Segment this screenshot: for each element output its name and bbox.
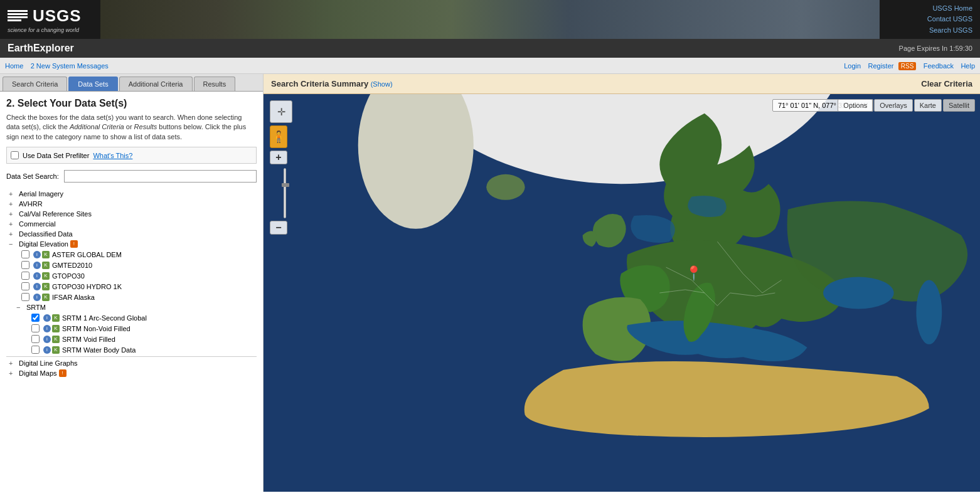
gtopo30h-icons: i K [21,282,50,290]
tree-item-avhrr[interactable]: + AVHRR [6,199,257,209]
tree-item-declassified[interactable]: + Declassified Data [6,229,257,239]
dataset-search-input[interactable] [64,170,257,183]
prefilter-row: Use Data Set Prefilter What's This? [6,147,257,164]
gtopo30-k-icon[interactable]: K [42,272,50,280]
zoom-in-button[interactable]: + [270,151,287,164]
gmted-k-icon[interactable]: K [42,262,50,269]
srtm-vf-k-icon[interactable]: K [52,336,60,343]
help-link[interactable]: Help [961,62,975,70]
gtopo30h-info-icon[interactable]: i [33,283,41,290]
toggle-aerial: + [9,190,16,198]
home-link[interactable]: Home [5,62,23,70]
expiry-text: Page Expires In 1:59:30 [899,45,972,52]
zoom-bar[interactable] [284,168,286,218]
nav-right: Login Register RSS Feedback Help [839,61,975,70]
aster-checkbox[interactable] [21,250,29,258]
label-ifsar: IFSAR Alaska [52,294,95,301]
pan-control[interactable]: ✛ [270,100,292,123]
gtopo30h-checkbox[interactable] [21,282,29,290]
label-declassified: Declassified Data [19,230,73,238]
zoom-thumb [282,183,289,187]
svg-point-3 [486,174,525,200]
karte-button[interactable]: Karte [914,99,942,112]
srtm-vf-checkbox[interactable] [31,335,40,343]
srtm1-info-icon[interactable]: i [43,314,51,322]
usgs-home-link[interactable]: USGS Home [932,3,972,14]
tree-item-srtm-group[interactable]: − SRTM [6,302,257,312]
toggle-avhrr: + [9,200,16,208]
aster-info-icon[interactable]: i [33,251,41,258]
srtm-nvf-k-icon[interactable]: K [52,325,60,332]
tree-item-digital-maps[interactable]: + Digital Maps ! [6,368,257,378]
tree-item-srtm-vf[interactable]: i K SRTM Void Filled [6,334,257,344]
srtm1-k-icon[interactable]: K [52,314,60,322]
toggle-digital-elevation: − [9,240,16,248]
aster-k-icon[interactable]: K [42,251,50,258]
contact-usgs-link[interactable]: Contact USGS [927,14,972,25]
toggle-digital-line: + [9,359,16,367]
main-tabs: Search Criteria Data Sets Additional Cri… [0,74,263,92]
gmted-info-icon[interactable]: i [33,262,41,269]
satellit-button[interactable]: Satellit [943,99,975,112]
tree-item-commercial[interactable]: + Commercial [6,219,257,229]
srtm-nvf-info-icon[interactable]: i [43,325,51,332]
label-digital-maps: Digital Maps [19,369,57,377]
srtm1-checkbox[interactable] [31,314,40,322]
criteria-show-link[interactable]: (Show) [371,80,393,88]
usgs-stripes-icon [8,6,28,26]
tree-item-calval[interactable]: + Cal/Val Reference Sites [6,209,257,219]
tree-item-srtm1[interactable]: i K SRTM 1 Arc-Second Global [6,312,257,323]
srtm-wb-checkbox[interactable] [31,346,40,354]
ifsar-info-icon[interactable]: i [33,294,41,301]
label-aster: ASTER GLOBAL DEM [52,251,122,258]
label-srtm1: SRTM 1 Arc-Second Global [62,314,147,322]
tab-additional-criteria[interactable]: Additional Criteria [119,77,193,91]
left-panel-content: 2. Select Your Data Set(s) Check the box… [0,92,263,492]
feedback-link[interactable]: Feedback [924,62,954,70]
tree-item-srtm-wb[interactable]: i K SRTM Water Body Data [6,344,257,355]
srtm-wb-info-icon[interactable]: i [43,346,51,354]
gtopo30-info-icon[interactable]: i [33,272,41,280]
zoom-out-button[interactable]: − [270,221,287,235]
srtm-wb-k-icon[interactable]: K [52,346,60,354]
map-area[interactable]: ✛ 🧍 + − 71° 01' 01" N, 077° 31' 10" W [264,94,980,492]
tab-search-criteria[interactable]: Search Criteria [3,77,67,91]
ifsar-checkbox[interactable] [21,293,29,301]
ifsar-icons: i K [21,293,50,301]
gtopo30-checkbox[interactable] [21,272,29,280]
gmted-icons: i K [21,261,50,269]
clear-criteria-button[interactable]: Clear Criteria [921,79,972,88]
srtm-vf-info-icon[interactable]: i [43,336,51,343]
rss-button[interactable]: RSS [898,62,917,70]
tab-results[interactable]: Results [194,77,236,91]
tree-item-srtm-nvf[interactable]: i K SRTM Non-Void Filled [6,323,257,334]
app-title-bar: EarthExplorer Page Expires In 1:59:30 [0,39,980,58]
ifsar-k-icon[interactable]: K [42,294,50,301]
search-usgs-link[interactable]: Search USGS [929,25,972,36]
srtm-nvf-checkbox[interactable] [31,324,40,332]
prefilter-checkbox[interactable] [11,151,19,159]
street-view-control[interactable]: 🧍 [270,125,287,148]
tree-item-ifsar[interactable]: i K IFSAR Alaska [6,292,257,302]
tree-item-digital-elevation[interactable]: − Digital Elevation ! [6,239,257,249]
tree-item-aerial[interactable]: + Aerial Imagery [6,189,257,199]
system-messages-link[interactable]: 2 New System Messages [31,62,109,70]
label-digital-line: Digital Line Graphs [19,359,78,367]
login-link[interactable]: Login [844,62,861,70]
overlays-button[interactable]: Overlays [874,99,912,112]
register-link[interactable]: Register [868,62,894,70]
label-digital-elevation: Digital Elevation [19,240,68,248]
gmted-checkbox[interactable] [21,261,29,269]
whats-this-link[interactable]: What's This? [93,152,132,159]
tree-item-gtopo30[interactable]: i K GTOPO30 [6,270,257,281]
tab-data-sets[interactable]: Data Sets [68,77,117,91]
aster-icons: i K [21,250,50,258]
tree-item-digital-line[interactable]: + Digital Line Graphs [6,358,257,368]
tree-item-gmted[interactable]: i K GMTED2010 [6,260,257,270]
search-label: Data Set Search: [6,172,59,180]
tree-item-aster[interactable]: i K ASTER GLOBAL DEM [6,249,257,260]
gtopo30h-k-icon[interactable]: K [42,283,50,290]
options-button[interactable]: Options [838,99,873,112]
digital-elevation-icon: ! [70,240,78,248]
tree-item-gtopo30h[interactable]: i K GTOPO30 HYDRO 1K [6,281,257,292]
